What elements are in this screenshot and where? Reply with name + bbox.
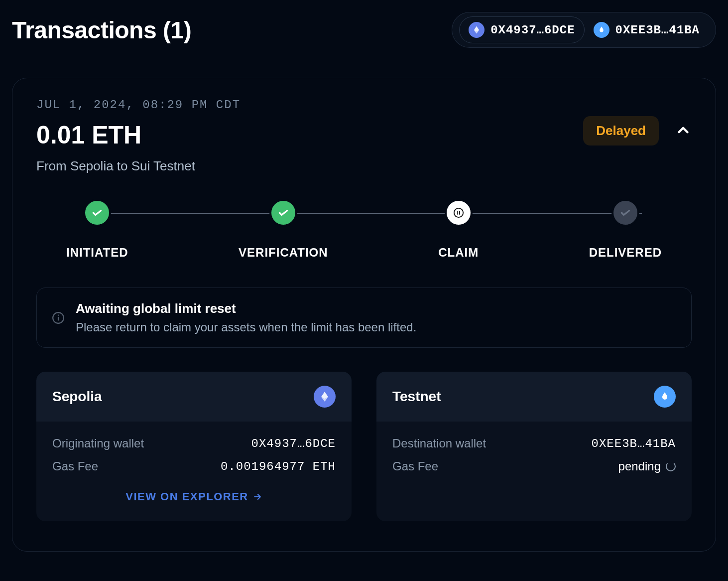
chevron-up-icon[interactable] [675, 122, 692, 141]
step-claim: CLAIM [438, 199, 479, 260]
gas-fee-label: Gas Fee [392, 459, 438, 473]
originating-wallet-value: 0X4937…6DCE [251, 437, 336, 450]
sui-icon [654, 386, 676, 408]
sui-icon [594, 22, 609, 38]
status-badge: Delayed [583, 116, 659, 145]
view-on-explorer-link[interactable]: VIEW ON EXPLORER [52, 490, 336, 503]
svg-rect-5 [58, 314, 59, 315]
transaction-amount: 0.01 ETH [36, 121, 241, 149]
step-label: CLAIM [438, 246, 479, 260]
gas-fee-label: Gas Fee [52, 459, 98, 473]
info-description: Please return to claim your assets when … [76, 320, 416, 334]
wallet-address: 0XEE3B…41BA [615, 23, 700, 37]
step-label: INITIATED [66, 246, 128, 260]
destination-wallet-value: 0XEE3B…41BA [592, 437, 676, 450]
destination-chain-card: Testnet Destination wallet 0XEE3B…41BA G… [376, 372, 692, 521]
wallet-address: 0X4937…6DCE [490, 23, 575, 37]
spinner-icon [666, 461, 676, 471]
wallet-switcher: 0X4937…6DCE 0XEE3B…41BA [452, 12, 716, 48]
info-title: Awaiting global limit reset [76, 301, 416, 316]
wallet-pill-eth[interactable]: 0X4937…6DCE [459, 16, 584, 43]
source-chain-card: Sepolia Originating wallet 0X4937…6DCE G… [36, 372, 352, 521]
progress-stepper: INITIATED VERIFICATION CLAIM DELIVERED [36, 199, 692, 260]
explorer-link-label: VIEW ON EXPLORER [125, 490, 248, 503]
gas-fee-value: pending [618, 459, 676, 473]
svg-rect-1 [457, 211, 458, 214]
step-label: DELIVERED [589, 246, 662, 260]
pause-icon [445, 199, 473, 227]
transaction-card: JUL 1, 2024, 08:29 PM CDT 0.01 ETH From … [12, 78, 716, 552]
gas-fee-value: 0.001964977 ETH [221, 460, 336, 473]
destination-wallet-label: Destination wallet [392, 436, 486, 450]
originating-wallet-label: Originating wallet [52, 436, 144, 450]
chain-name: Testnet [392, 389, 441, 405]
step-label: VERIFICATION [239, 246, 328, 260]
check-icon [83, 199, 111, 227]
ethereum-icon [469, 22, 485, 38]
step-initiated: INITIATED [66, 199, 128, 260]
ethereum-icon [314, 386, 336, 408]
svg-rect-4 [58, 316, 59, 320]
svg-rect-2 [459, 211, 460, 214]
arrow-right-icon [252, 492, 262, 502]
step-delivered: DELIVERED [589, 199, 662, 260]
chain-name: Sepolia [52, 389, 102, 405]
transaction-route: From Sepolia to Sui Testnet [36, 158, 241, 174]
info-banner: Awaiting global limit reset Please retur… [36, 288, 692, 348]
info-icon [52, 311, 65, 324]
check-icon [611, 199, 639, 227]
step-verification: VERIFICATION [239, 199, 328, 260]
transaction-date: JUL 1, 2024, 08:29 PM CDT [36, 98, 241, 112]
step-line [86, 213, 642, 214]
check-icon [269, 199, 297, 227]
svg-point-0 [454, 208, 463, 217]
page-title: Transactions (1) [12, 16, 191, 44]
wallet-pill-sui[interactable]: 0XEE3B…41BA [585, 16, 709, 43]
